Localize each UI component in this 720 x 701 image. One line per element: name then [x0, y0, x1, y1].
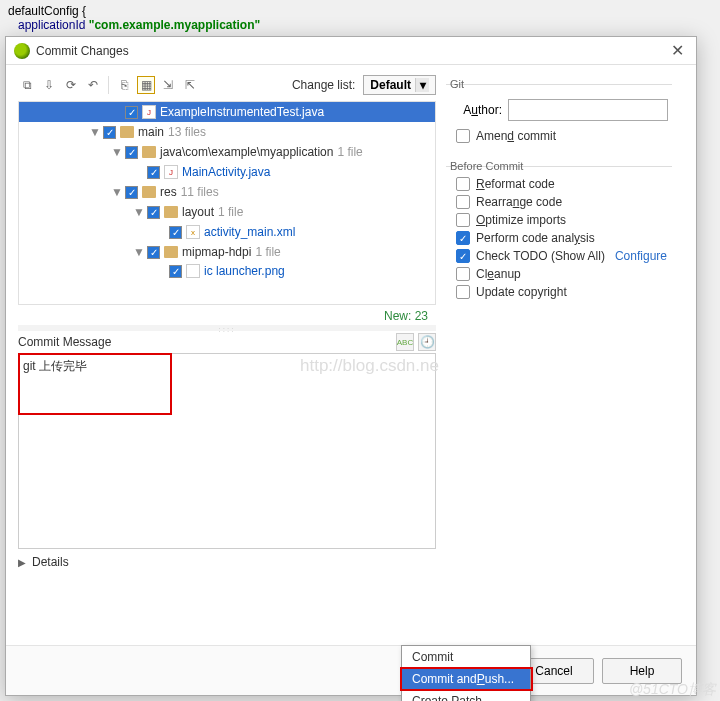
before-commit-legend: Before Commit: [446, 160, 523, 172]
tree-row[interactable]: ▼✓ layout 1 file: [19, 202, 435, 222]
dropdown-create-patch[interactable]: Create Patch...: [402, 690, 530, 701]
change-list-select[interactable]: Default ▾: [363, 75, 436, 95]
amend-commit-checkbox[interactable]: Amend commit: [456, 129, 672, 143]
before-commit-checkbox[interactable]: Cleanup: [456, 267, 672, 281]
help-button[interactable]: Help: [602, 658, 682, 684]
dropdown-commit[interactable]: Commit: [402, 646, 530, 668]
tree-row[interactable]: ▼✓ ic launcher.png: [19, 262, 435, 280]
commit-message-label: Commit Message: [18, 335, 396, 349]
change-list-label: Change list:: [292, 78, 355, 92]
file-tree[interactable]: ✓ J ExampleInstrumentedTest.java ▼✓ main…: [18, 101, 436, 305]
spellcheck-icon[interactable]: ABC: [396, 333, 414, 351]
commit-changes-dialog: Commit Changes ✕ ⧉ ⇩ ⟳ ↶ ⎘ ▦ ⇲ ⇱ Change …: [5, 36, 697, 696]
new-count-label: New: 23: [18, 305, 436, 325]
configure-link[interactable]: Configure: [615, 249, 667, 263]
button-bar: Commit▼ Cancel Help: [6, 645, 696, 695]
png-file-icon: [186, 264, 200, 278]
expand-icon[interactable]: ⇲: [159, 76, 177, 94]
collapse-icon[interactable]: ⇱: [181, 76, 199, 94]
tree-row[interactable]: ▼✓J MainActivity.java: [19, 162, 435, 182]
tree-row[interactable]: ▼✓x activity_main.xml: [19, 222, 435, 242]
author-label: Author:: [454, 103, 502, 117]
move-icon[interactable]: ⇩: [40, 76, 58, 94]
app-icon: [14, 43, 30, 59]
details-toggle[interactable]: ▶ Details: [18, 549, 436, 569]
new-changelist-icon[interactable]: ⎘: [115, 76, 133, 94]
tree-row[interactable]: ▼✓ java\com\example\myapplication 1 file: [19, 142, 435, 162]
dialog-title: Commit Changes: [36, 44, 667, 58]
checkbox[interactable]: ✓: [125, 106, 138, 119]
titlebar: Commit Changes ✕: [6, 37, 696, 65]
group-icon[interactable]: ▦: [137, 76, 155, 94]
commit-message-input[interactable]: git 上传完毕: [18, 353, 436, 549]
refresh-icon[interactable]: ⟳: [62, 76, 80, 94]
author-input[interactable]: [508, 99, 668, 121]
before-commit-checkbox[interactable]: Reformat code: [456, 177, 672, 191]
java-file-icon: J: [142, 105, 156, 119]
close-icon[interactable]: ✕: [667, 41, 688, 60]
chevron-right-icon: ▶: [18, 557, 26, 568]
chevron-down-icon: ▾: [415, 78, 429, 92]
file-toolbar: ⧉ ⇩ ⟳ ↶ ⎘ ▦ ⇲ ⇱ Change list: Default ▾: [18, 71, 436, 99]
split-handle[interactable]: ::::: [18, 325, 436, 331]
before-commit-checkbox[interactable]: Optimize imports: [456, 213, 672, 227]
tree-row[interactable]: ▼✓ mipmap-hdpi 1 file: [19, 242, 435, 262]
history-icon[interactable]: 🕘: [418, 333, 436, 351]
commit-dropdown: Commit Commit and Push... Create Patch..…: [401, 645, 531, 701]
revert-icon[interactable]: ↶: [84, 76, 102, 94]
before-commit-checkbox[interactable]: ✓Perform code analysis: [456, 231, 672, 245]
tree-row[interactable]: ▼✓ res 11 files: [19, 182, 435, 202]
tree-row[interactable]: ▼✓ main 13 files: [19, 122, 435, 142]
before-commit-checkbox[interactable]: ✓Check TODO (Show All)Configure: [456, 249, 672, 263]
before-commit-checkbox[interactable]: Rearrange code: [456, 195, 672, 209]
before-commit-checkbox[interactable]: Update copyright: [456, 285, 672, 299]
folder-icon: [120, 126, 134, 138]
background-code: defaultConfig { applicationId "com.examp…: [0, 0, 268, 36]
git-legend: Git: [446, 78, 464, 90]
diff-icon[interactable]: ⧉: [18, 76, 36, 94]
tree-row-selected[interactable]: ✓ J ExampleInstrumentedTest.java: [19, 102, 435, 122]
dropdown-commit-and-push[interactable]: Commit and Push...: [402, 668, 530, 690]
